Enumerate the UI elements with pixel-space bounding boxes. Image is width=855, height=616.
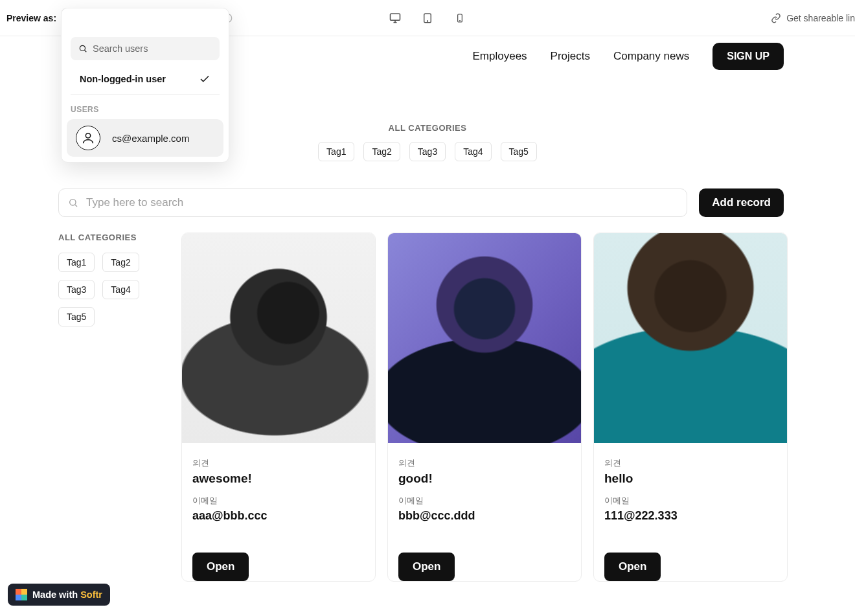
dropdown-section-label: USERS — [62, 95, 229, 119]
card-email-label: 이메일 — [192, 495, 365, 507]
badge-prefix: Made with — [32, 589, 80, 600]
card-email-value: 111@222.333 — [604, 509, 777, 523]
dropdown-user-email: cs@example.com — [112, 133, 189, 144]
top-categories-title: ALL CATEGORIES — [389, 123, 467, 133]
card-opinion-value: good! — [398, 472, 571, 486]
user-avatar-icon — [76, 126, 100, 150]
sidebar-categories-title: ALL CATEGORIES — [58, 233, 181, 242]
badge-brand: Softr — [80, 589, 102, 600]
sidebar-tag[interactable]: Tag3 — [58, 280, 95, 299]
tablet-icon[interactable] — [420, 11, 435, 25]
open-button[interactable]: Open — [192, 553, 249, 581]
search-icon — [68, 198, 78, 208]
card-grid: 의견 awesome! 이메일 aaa@bbb.ccc Open 의견 good… — [181, 233, 788, 582]
top-tag[interactable]: Tag5 — [501, 142, 537, 161]
card-opinion-label: 의견 — [604, 457, 777, 469]
nav-employees[interactable]: Employees — [473, 50, 527, 63]
dropdown-user-item[interactable]: cs@example.com — [67, 119, 223, 157]
signup-button[interactable]: SIGN UP — [712, 43, 784, 70]
preview-user-dropdown: Non-logged-in user USERS cs@example.com — [61, 8, 229, 163]
dropdown-search-input[interactable] — [93, 43, 215, 54]
check-icon — [199, 73, 211, 85]
svg-point-10 — [460, 20, 461, 21]
made-with-softr-badge[interactable]: Made with Softr — [8, 584, 110, 606]
top-tag[interactable]: Tag3 — [409, 142, 446, 161]
dropdown-search[interactable] — [71, 37, 220, 60]
add-record-button[interactable]: Add record — [699, 188, 784, 217]
sidebar-tag[interactable]: Tag4 — [102, 280, 139, 299]
top-tag[interactable]: Tag4 — [455, 142, 491, 161]
card-opinion-value: awesome! — [192, 472, 365, 486]
top-tag[interactable]: Tag1 — [318, 142, 354, 161]
nav-company-news[interactable]: Company news — [613, 50, 689, 63]
open-button[interactable]: Open — [398, 553, 455, 581]
open-button[interactable]: Open — [604, 553, 661, 581]
record-card: 의견 good! 이메일 bbb@ccc.ddd Open — [387, 233, 582, 582]
svg-point-8 — [427, 20, 428, 21]
sidebar-tag[interactable]: Tag1 — [58, 253, 95, 272]
link-icon — [771, 13, 781, 23]
list-search[interactable] — [58, 188, 687, 217]
share-link[interactable]: Get shareable lin — [764, 13, 855, 23]
list-toolbar: Add record — [0, 161, 855, 217]
sidebar-tag[interactable]: Tag2 — [102, 253, 139, 272]
desktop-icon[interactable] — [388, 11, 402, 25]
card-email-label: 이메일 — [604, 495, 777, 507]
dropdown-current-option[interactable]: Non-logged-in user — [71, 67, 220, 95]
list-search-input[interactable] — [86, 196, 678, 209]
share-link-label: Get shareable lin — [786, 13, 855, 23]
dropdown-current-label: Non-logged-in user — [80, 74, 166, 84]
card-email-value: aaa@bbb.ccc — [192, 509, 365, 523]
card-opinion-label: 의견 — [192, 457, 365, 469]
svg-point-14 — [70, 200, 76, 205]
svg-line-15 — [75, 205, 77, 207]
card-photo — [594, 233, 787, 443]
record-card: 의견 awesome! 이메일 aaa@bbb.ccc Open — [181, 233, 376, 582]
record-card: 의견 hello 이메일 111@222.333 Open — [593, 233, 788, 582]
mobile-icon[interactable] — [453, 11, 467, 25]
svg-rect-4 — [391, 14, 400, 20]
card-photo — [388, 233, 581, 443]
card-photo — [182, 233, 375, 443]
svg-line-12 — [85, 51, 87, 52]
top-tag[interactable]: Tag2 — [363, 142, 400, 161]
sidebar-categories: ALL CATEGORIES Tag1 Tag2 Tag3 Tag4 Tag5 — [58, 233, 181, 582]
search-icon — [78, 44, 87, 53]
card-email-label: 이메일 — [398, 495, 571, 507]
nav-projects[interactable]: Projects — [551, 50, 590, 63]
card-opinion-value: hello — [604, 472, 777, 486]
preview-as-label: Preview as: — [6, 13, 56, 23]
card-email-value: bbb@ccc.ddd — [398, 509, 571, 523]
softr-logo-icon — [16, 589, 27, 600]
sidebar-tag[interactable]: Tag5 — [58, 307, 95, 326]
svg-point-11 — [80, 45, 85, 51]
svg-point-13 — [86, 133, 90, 138]
card-opinion-label: 의견 — [398, 457, 571, 469]
device-switcher — [388, 11, 467, 25]
